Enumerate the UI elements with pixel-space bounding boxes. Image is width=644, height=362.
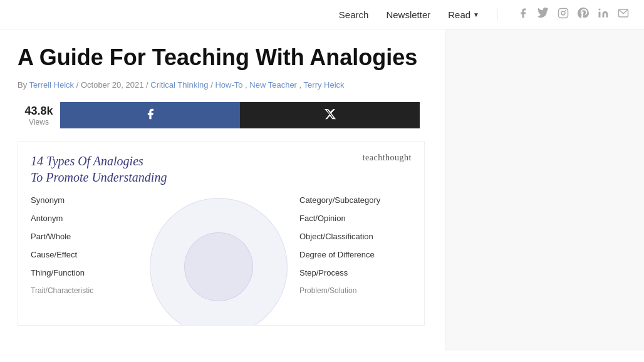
article-meta: By Terrell Heick / October 20, 2021 / Cr… [18,80,427,90]
circle-background [150,198,288,326]
twitter-icon[interactable] [538,8,549,21]
search-link[interactable]: Search [339,9,369,20]
list-item: Synonym [31,195,143,205]
social-icons [517,8,629,21]
views-label: Views [18,118,60,127]
chevron-down-icon: ▼ [473,11,479,18]
circle-inner [184,232,253,301]
meta-category-1[interactable]: Critical Thinking [150,80,208,90]
list-item: Degree of Difference [299,250,412,259]
list-item: Problem/Solution [299,286,412,295]
meta-date: October 20, 2021 [81,80,143,90]
infographic-header: 14 Types Of Analogies To Promote Underst… [31,153,412,185]
email-icon[interactable] [618,8,629,21]
infographic-circle [137,185,300,326]
list-item: Fact/Opinion [299,214,412,223]
svg-point-1 [561,11,565,15]
list-item: Category/Subcategory [299,195,412,205]
views-block: 43.8k Views [18,105,60,127]
main-layout: A Guide For Teaching With Analogies By T… [0,29,644,351]
list-item: Step/Process [299,268,412,277]
infographic-brand: teachthought [363,153,412,163]
facebook-share-button[interactable] [60,102,240,128]
navigation: Search Newsletter Read ▼ [0,0,644,29]
facebook-icon[interactable] [517,8,529,21]
meta-category-3[interactable]: New Teacher [249,80,297,90]
pinterest-icon[interactable] [578,8,589,21]
read-label: Read [448,9,470,20]
meta-by: By [18,80,27,90]
meta-category-2[interactable]: How-To [215,80,242,90]
list-item: Cause/Effect [31,250,143,259]
instagram-icon[interactable] [558,8,569,21]
svg-rect-0 [559,9,568,18]
x-share-icon [324,108,336,123]
infographic-right-column: Category/Subcategory Fact/Opinion Object… [299,192,412,304]
views-count: 43.8k [18,105,60,118]
meta-author[interactable]: Terrell Heick [29,80,75,90]
list-item: Trait/Characteristic [31,286,143,295]
x-share-button[interactable] [240,102,420,128]
infographic: 14 Types Of Analogies To Promote Underst… [18,141,425,326]
linkedin-icon[interactable] [598,8,609,21]
svg-point-2 [566,11,566,11]
facebook-share-icon [144,108,157,123]
nav-divider [497,8,497,21]
infographic-body: Synonym Antonym Part/Whole Cause/Effect … [31,192,412,304]
list-item: Thing/Function [31,268,143,277]
newsletter-link[interactable]: Newsletter [386,9,430,20]
meta-separator-1: / [76,80,81,90]
meta-category-4[interactable]: Terry Heick [304,80,345,90]
share-row: 43.8k Views [18,102,427,128]
article-title: A Guide For Teaching With Analogies [18,44,427,70]
infographic-title: 14 Types Of Analogies To Promote Underst… [31,153,167,185]
infographic-left-column: Synonym Antonym Part/Whole Cause/Effect … [31,192,143,304]
list-item: Antonym [31,214,143,223]
sidebar [445,29,644,351]
svg-point-3 [599,9,601,11]
list-item: Part/Whole [31,232,143,241]
article-content: A Guide For Teaching With Analogies By T… [0,29,445,351]
read-menu[interactable]: Read ▼ [448,9,479,20]
list-item: Object/Classification [299,232,412,241]
